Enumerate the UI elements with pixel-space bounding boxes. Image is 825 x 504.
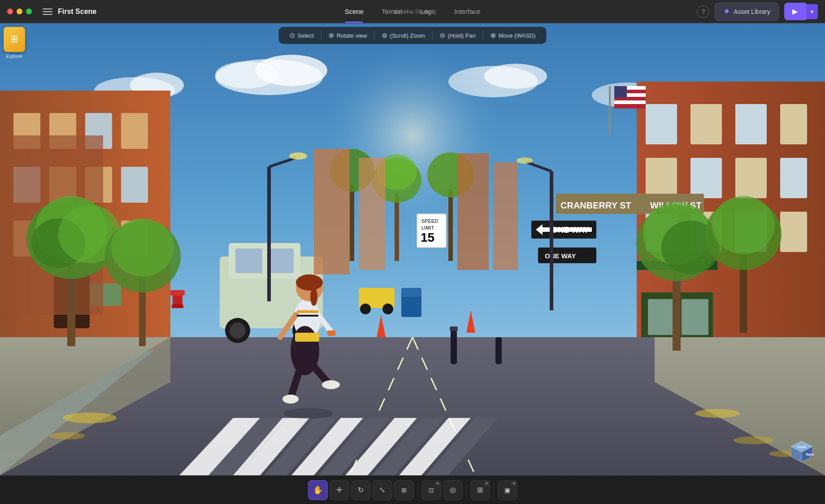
tab-scene[interactable]: Scene <box>336 0 373 23</box>
tab-logic[interactable]: Logic <box>411 0 445 23</box>
svg-text:X: X <box>816 461 816 465</box>
svg-rect-127 <box>401 288 421 297</box>
pan-tool[interactable]: ⊝ (Hold) Pan <box>435 30 480 41</box>
snap-tool-button[interactable]: ⊡ ▾ <box>421 480 441 500</box>
maximize-window-button[interactable] <box>26 9 32 14</box>
svg-text:Front: Front <box>797 445 807 449</box>
move-arrows-icon: ✛ <box>336 486 342 494</box>
camera-tool-button[interactable]: ▣ ▾ <box>498 480 517 500</box>
svg-point-116 <box>289 152 307 160</box>
explorer-icon: ⊞ <box>10 33 18 45</box>
svg-rect-58 <box>614 86 627 98</box>
svg-rect-110 <box>350 185 354 261</box>
svg-rect-112 <box>448 189 453 261</box>
svg-rect-57 <box>614 100 646 104</box>
toolbar-sep-2 <box>466 483 467 497</box>
move-tool-button[interactable]: ✛ <box>330 480 349 500</box>
toolbar-separator-3 <box>432 31 433 40</box>
rotate-label: Rotate view <box>337 32 367 39</box>
target-tool-button[interactable]: ◎ <box>443 480 463 500</box>
svg-point-145 <box>695 409 740 418</box>
rotate-view-tool[interactable]: ⊛ Rotate view <box>324 30 372 41</box>
asset-library-label: Asset Library <box>734 8 770 15</box>
grid-expand-arrow[interactable]: ▾ <box>484 480 490 487</box>
explorer-button[interactable]: ⊞ <box>4 27 25 52</box>
svg-rect-19 <box>121 167 148 203</box>
view-gizmo[interactable]: Front Right X <box>787 438 816 466</box>
svg-rect-32 <box>780 104 807 144</box>
select-tool[interactable]: ⊙ Select <box>285 30 318 41</box>
viewport-toolbar: ⊙ Select ⊛ Rotate view ⊜ (Scroll) Zoom ⊝… <box>279 27 547 44</box>
svg-point-7 <box>484 64 547 89</box>
nav-tabs: Scene Terrain Logic Interface <box>336 0 490 23</box>
move-label: Move (WASD) <box>499 32 536 39</box>
zoom-tool[interactable]: ⊜ (Scroll) Zoom <box>378 30 430 41</box>
svg-point-131 <box>310 288 317 306</box>
transform-icon: ⊞ <box>401 487 407 494</box>
svg-point-3 <box>215 61 278 88</box>
svg-rect-120 <box>451 328 457 364</box>
snap-icon: ⊡ <box>429 487 434 494</box>
svg-rect-29 <box>646 104 677 144</box>
minimize-window-button[interactable] <box>17 9 22 14</box>
menu-button[interactable] <box>41 5 54 18</box>
svg-rect-15 <box>121 113 148 149</box>
scene-viewport[interactable]: CRANBERRY ST WILLOW ST ONE WAY ONE WAY S… <box>0 23 825 475</box>
svg-rect-35 <box>735 158 767 198</box>
play-button[interactable]: ▶ <box>784 3 806 20</box>
svg-point-91 <box>382 304 393 314</box>
move-tool[interactable]: ⊕ Move (WASD) <box>486 30 540 41</box>
hand-icon: ✋ <box>313 485 323 495</box>
rotate-tool-button[interactable]: ↻ <box>351 480 371 500</box>
svg-rect-148 <box>314 149 350 274</box>
svg-point-90 <box>360 304 371 314</box>
grid-icon: ⊞ <box>477 486 483 494</box>
close-window-button[interactable] <box>7 9 13 14</box>
toolbar-sep-1 <box>417 483 418 497</box>
zoom-label: (Scroll) Zoom <box>390 32 425 39</box>
rotate-icon: ↻ <box>358 486 364 494</box>
svg-rect-83 <box>235 248 262 273</box>
svg-rect-125 <box>172 304 183 308</box>
toolbar-separator-2 <box>374 31 375 40</box>
title-right-controls: ? ✦ Asset Library ▶ ▾ <box>697 3 825 21</box>
svg-point-137 <box>282 395 299 404</box>
tab-interface[interactable]: Interface <box>445 0 489 23</box>
svg-point-146 <box>733 436 773 444</box>
toolbar-sep-3 <box>494 483 494 497</box>
select-icon: ⊙ <box>290 31 295 39</box>
title-bar: First Scene Yahaha Studio Scene Terrain … <box>0 0 825 23</box>
svg-text:LIMIT: LIMIT <box>421 225 434 230</box>
svg-rect-40 <box>780 212 807 252</box>
svg-point-144 <box>49 432 85 439</box>
help-button[interactable]: ? <box>697 5 709 18</box>
svg-rect-141 <box>297 315 318 317</box>
svg-rect-139 <box>295 333 319 342</box>
hand-tool-button[interactable]: ✋ <box>308 480 328 500</box>
svg-rect-140 <box>297 310 318 313</box>
svg-rect-31 <box>735 104 767 144</box>
pan-icon: ⊝ <box>440 31 446 39</box>
svg-rect-142 <box>327 330 335 336</box>
snap-expand-arrow[interactable]: ▾ <box>435 480 441 487</box>
viewport-container: CRANBERRY ST WILLOW ST ONE WAY ONE WAY S… <box>0 23 825 475</box>
tab-terrain[interactable]: Terrain <box>373 0 411 23</box>
svg-text:Right: Right <box>806 453 814 456</box>
grid-tool-button[interactable]: ⊞ ▾ <box>470 480 490 500</box>
explorer-label: Explorer <box>6 54 22 59</box>
toolbar-separator-4 <box>483 31 483 40</box>
svg-point-154 <box>284 408 333 419</box>
svg-rect-33 <box>646 158 677 198</box>
asset-library-button[interactable]: ✦ Asset Library <box>715 3 779 21</box>
target-icon: ◎ <box>450 486 456 494</box>
play-dropdown-button[interactable]: ▾ <box>806 4 818 19</box>
svg-rect-150 <box>457 153 489 270</box>
scale-icon: ⤡ <box>379 486 385 494</box>
camera-expand-arrow[interactable]: ▾ <box>511 480 517 487</box>
svg-rect-122 <box>495 337 502 364</box>
transform-tool-button[interactable]: ⊞ <box>394 480 414 500</box>
scale-tool-button[interactable]: ⤡ <box>373 480 392 500</box>
play-button-group: ▶ ▾ <box>784 3 818 20</box>
asset-library-icon: ✦ <box>723 7 730 17</box>
svg-rect-84 <box>269 248 294 273</box>
